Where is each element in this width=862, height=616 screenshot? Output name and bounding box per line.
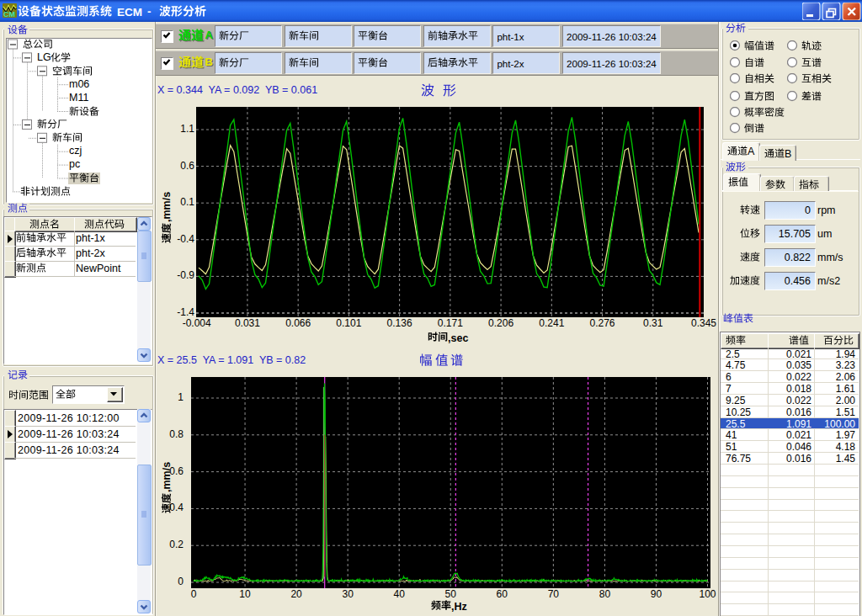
svg-text:,mm/s: ,mm/s (161, 462, 173, 492)
svg-text:,mm/s: ,mm/s (161, 192, 173, 222)
